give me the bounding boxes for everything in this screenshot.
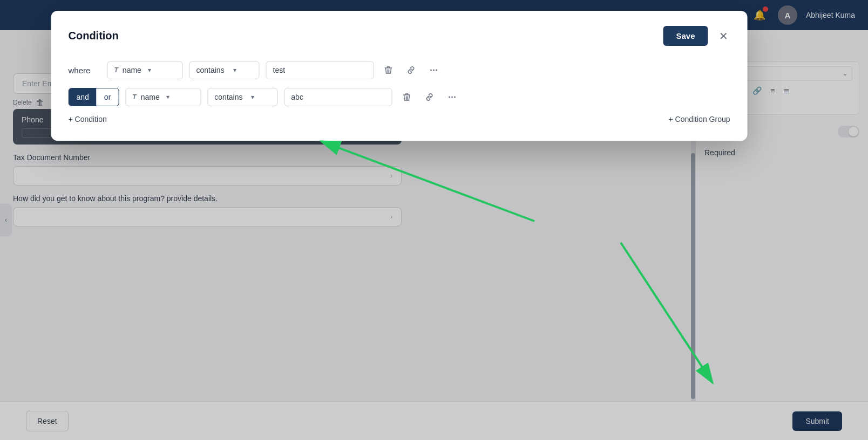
svg-point-9: [454, 97, 456, 98]
and-or-toggle[interactable]: and or: [69, 88, 119, 106]
more-options-1-button[interactable]: [426, 62, 442, 78]
add-condition-group-button[interactable]: + Condition Group: [668, 115, 730, 123]
field-type-icon-2: T: [132, 93, 136, 101]
delete-condition-1-button[interactable]: [381, 62, 397, 78]
chevron-down-icon-2: ▾: [166, 93, 169, 101]
field-name-1: name: [123, 66, 141, 74]
field-name-2: name: [141, 93, 160, 101]
svg-point-5: [433, 70, 435, 71]
svg-point-8: [451, 97, 453, 98]
link-condition-2-button[interactable]: [421, 89, 437, 105]
condition-row-2: and or T name ▾ contains ▾: [69, 88, 730, 106]
svg-point-4: [430, 70, 432, 71]
add-condition-button[interactable]: + Condition: [69, 115, 107, 123]
or-button[interactable]: or: [97, 88, 118, 106]
modal-close-button[interactable]: ✕: [717, 28, 730, 45]
operator-select-1[interactable]: contains ▾: [189, 61, 260, 79]
condition-modal: Condition Save ✕ where T name ▾ contains…: [51, 11, 748, 141]
operator-text-1: contains: [196, 66, 225, 74]
link-condition-1-button[interactable]: [403, 62, 419, 78]
condition-row-1: where T name ▾ contains ▾: [69, 61, 730, 79]
chevron-down-icon-1: ▾: [148, 66, 151, 74]
svg-point-6: [436, 70, 437, 71]
field-type-icon-1: T: [114, 66, 118, 74]
where-label: where: [69, 66, 101, 75]
modal-title: Condition: [69, 30, 119, 42]
field-select-1[interactable]: T name ▾: [107, 61, 183, 79]
svg-point-7: [449, 97, 450, 98]
modal-save-button[interactable]: Save: [663, 26, 708, 46]
field-select-2[interactable]: T name ▾: [125, 88, 201, 106]
delete-condition-2-button[interactable]: [398, 89, 415, 105]
modal-header: Condition Save ✕: [69, 26, 730, 46]
and-button[interactable]: and: [69, 88, 97, 106]
modal-footer: + Condition + Condition Group: [69, 115, 730, 123]
value-input-2[interactable]: [284, 88, 392, 106]
value-input-1[interactable]: [266, 61, 374, 79]
operator-text-2: contains: [214, 93, 242, 101]
operator-select-2[interactable]: contains ▾: [207, 88, 277, 106]
more-options-2-button[interactable]: [444, 89, 460, 105]
